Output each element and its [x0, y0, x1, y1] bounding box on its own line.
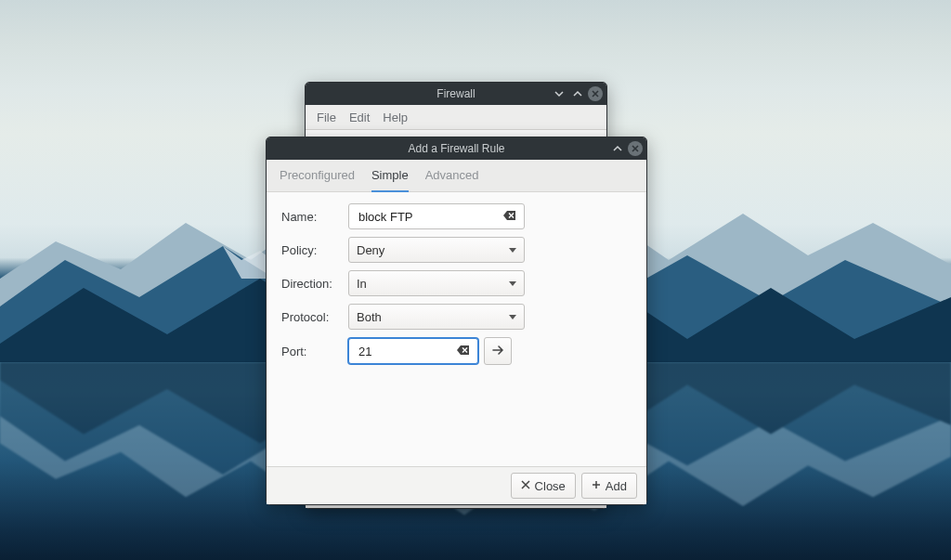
close-button-label: Close [535, 479, 566, 493]
protocol-value: Both [357, 310, 382, 324]
add-firewall-rule-dialog: Add a Firewall Rule Preconfigured Simple… [266, 137, 647, 505]
tab-advanced[interactable]: Advanced [425, 159, 479, 192]
chevron-down-icon [509, 315, 516, 319]
direction-value: In [357, 277, 367, 291]
menu-file[interactable]: File [311, 109, 342, 126]
menu-help[interactable]: Help [377, 109, 413, 126]
add-button[interactable]: Add [581, 473, 637, 499]
menu-edit[interactable]: Edit [344, 109, 375, 126]
chevron-down-icon [509, 248, 516, 253]
arrow-right-icon [491, 345, 504, 358]
add-button-label: Add [606, 479, 627, 493]
port-lookup-button[interactable] [484, 337, 512, 365]
tab-simple[interactable]: Simple [371, 159, 409, 192]
plus-icon [592, 480, 601, 491]
close-icon [521, 480, 530, 491]
maximize-icon[interactable] [609, 140, 626, 157]
minimize-icon[interactable] [551, 85, 567, 102]
tab-preconfigured[interactable]: Preconfigured [280, 159, 355, 192]
close-icon[interactable] [588, 86, 603, 101]
name-input-wrap[interactable] [348, 203, 525, 229]
firewall-titlebar[interactable]: Firewall [306, 83, 606, 105]
direction-select[interactable]: In [348, 270, 525, 296]
dialog-titlebar[interactable]: Add a Firewall Rule [267, 137, 646, 160]
policy-select[interactable]: Deny [348, 237, 525, 263]
clear-icon[interactable] [500, 210, 516, 224]
clear-icon[interactable] [453, 345, 470, 358]
protocol-select[interactable]: Both [348, 304, 525, 330]
rule-form: Name: Policy: Deny Directio [267, 192, 646, 466]
label-protocol: Protocol: [281, 310, 348, 324]
port-input-wrap[interactable] [348, 338, 478, 364]
close-icon[interactable] [628, 141, 643, 156]
close-button[interactable]: Close [511, 473, 576, 499]
label-port: Port: [281, 345, 348, 358]
dialog-title: Add a Firewall Rule [267, 142, 646, 155]
maximize-icon[interactable] [569, 85, 586, 102]
policy-value: Deny [357, 243, 384, 257]
chevron-down-icon [509, 281, 516, 286]
label-direction: Direction: [281, 277, 348, 291]
firewall-menubar: File Edit Help [306, 105, 606, 130]
port-input[interactable] [357, 344, 453, 359]
label-policy: Policy: [281, 243, 348, 257]
label-name: Name: [281, 210, 348, 224]
dialog-footer: Close Add [267, 466, 646, 504]
dialog-tabs: Preconfigured Simple Advanced [267, 160, 646, 192]
name-input[interactable] [357, 209, 500, 225]
